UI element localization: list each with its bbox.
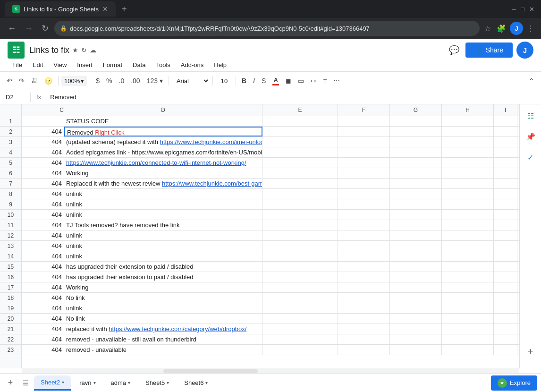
- cell-f18[interactable]: [338, 293, 390, 303]
- cell-g5[interactable]: [390, 158, 442, 168]
- row-number-13[interactable]: 13: [0, 241, 21, 251]
- cell-i2[interactable]: [494, 127, 517, 136]
- spreadsheet-title[interactable]: Links to fix: [29, 45, 69, 55]
- cell-i19[interactable]: [494, 303, 517, 313]
- row-number-9[interactable]: 9: [0, 199, 21, 210]
- cell-i23[interactable]: [494, 345, 517, 355]
- cell-f10[interactable]: [338, 210, 390, 220]
- cell-i17[interactable]: [494, 282, 517, 292]
- cell-h23[interactable]: [442, 345, 494, 355]
- cell-link-7[interactable]: https://www.techjunkie.com/best-gaming-d…: [162, 180, 262, 187]
- cell-e3[interactable]: [262, 137, 338, 147]
- cell-f19[interactable]: [338, 303, 390, 313]
- cell-e10[interactable]: [262, 210, 338, 220]
- cell-e23[interactable]: [262, 345, 338, 355]
- row-number-17[interactable]: 17: [0, 282, 21, 293]
- more-formats-button[interactable]: ⋯: [330, 75, 343, 86]
- cell-g1[interactable]: [390, 116, 442, 126]
- cell-h13[interactable]: [442, 241, 494, 251]
- cell-d8[interactable]: unlink: [64, 189, 262, 199]
- cell-h14[interactable]: [442, 251, 494, 261]
- row-number-1[interactable]: 1: [0, 116, 21, 127]
- maximize-button[interactable]: □: [521, 6, 524, 13]
- horizontal-scrollbar[interactable]: [22, 368, 519, 373]
- row-number-23[interactable]: 23: [0, 345, 21, 355]
- cell-e11[interactable]: [262, 220, 338, 230]
- cell-f14[interactable]: [338, 251, 390, 261]
- row-number-22[interactable]: 22: [0, 334, 21, 345]
- cell-i16[interactable]: [494, 272, 517, 282]
- cell-link-5[interactable]: https://www.techjunkie.com/connected-to-…: [66, 159, 246, 166]
- cell-c21[interactable]: 404: [22, 324, 64, 334]
- cell-h15[interactable]: [442, 262, 494, 272]
- cell-f1[interactable]: [338, 116, 390, 126]
- cell-h9[interactable]: [442, 199, 494, 209]
- cell-c19[interactable]: 404: [22, 303, 64, 313]
- bookmark-star-button[interactable]: ☆: [482, 22, 493, 35]
- cell-g21[interactable]: [390, 324, 442, 334]
- cell-g3[interactable]: [390, 137, 442, 147]
- cell-reference[interactable]: D2: [4, 94, 27, 101]
- borders-button[interactable]: ▭: [295, 75, 307, 86]
- cell-g4[interactable]: [390, 147, 442, 157]
- cell-d12[interactable]: unlink: [64, 230, 262, 240]
- cell-e6[interactable]: [262, 168, 338, 178]
- cell-f20[interactable]: [338, 314, 390, 324]
- browser-menu-button[interactable]: ⋮: [525, 22, 536, 35]
- cell-f9[interactable]: [338, 199, 390, 209]
- cell-g23[interactable]: [390, 345, 442, 355]
- cell-c3[interactable]: 404: [22, 137, 64, 147]
- cell-g22[interactable]: [390, 334, 442, 344]
- cell-c13[interactable]: 404: [22, 241, 64, 251]
- cell-c12[interactable]: 404: [22, 230, 64, 240]
- cell-i18[interactable]: [494, 293, 517, 303]
- cell-d5[interactable]: https://www.techjunkie.com/connected-to-…: [64, 158, 262, 168]
- cell-e17[interactable]: [262, 282, 338, 292]
- cell-e4[interactable]: [262, 147, 338, 157]
- cell-g19[interactable]: [390, 303, 442, 313]
- cell-f5[interactable]: [338, 158, 390, 168]
- cell-i1[interactable]: [494, 116, 517, 126]
- cell-e7[interactable]: [262, 179, 338, 188]
- cell-e19[interactable]: [262, 303, 338, 313]
- cell-i3[interactable]: [494, 137, 517, 147]
- increase-decimal-button[interactable]: .00: [128, 75, 143, 86]
- cell-c18[interactable]: 404: [22, 293, 64, 303]
- row-number-4[interactable]: 4: [0, 147, 21, 158]
- col-header-c[interactable]: C: [22, 104, 64, 116]
- cell-h4[interactable]: [442, 147, 494, 157]
- cell-e15[interactable]: [262, 262, 338, 272]
- cell-c15[interactable]: 404: [22, 262, 64, 272]
- cell-d3[interactable]: (updated schema) replaced it with https:…: [64, 137, 262, 147]
- close-button[interactable]: ✕: [529, 6, 534, 13]
- sheet-tab-sheet5[interactable]: Sheet5 ▾: [139, 375, 176, 391]
- cell-i8[interactable]: [494, 189, 517, 199]
- refresh-button[interactable]: ↻: [39, 21, 51, 35]
- cell-f3[interactable]: [338, 137, 390, 147]
- cell-g10[interactable]: [390, 210, 442, 220]
- cell-h6[interactable]: [442, 168, 494, 178]
- cell-f2[interactable]: [338, 127, 390, 136]
- cell-i9[interactable]: [494, 199, 517, 209]
- cell-i7[interactable]: [494, 179, 517, 188]
- cell-c4[interactable]: 404: [22, 147, 64, 157]
- profile-avatar[interactable]: J: [510, 22, 523, 35]
- address-bar[interactable]: 🔒 docs.google.com/spreadsheets/d/1IXnMj1…: [54, 21, 480, 36]
- menu-tools[interactable]: Tools: [151, 60, 175, 70]
- scrollbar-thumb[interactable]: [163, 369, 258, 373]
- cell-c5[interactable]: 404: [22, 158, 64, 168]
- cell-h3[interactable]: [442, 137, 494, 147]
- cell-e8[interactable]: [262, 189, 338, 199]
- text-align-button[interactable]: ≡: [320, 75, 330, 86]
- sheet-list-button[interactable]: ☰: [19, 376, 32, 390]
- cell-d7[interactable]: Replaced it with the newest review https…: [64, 179, 262, 188]
- cell-d14[interactable]: unlink: [64, 251, 262, 261]
- menu-file[interactable]: File: [8, 60, 27, 70]
- sheet-tab-sheet2[interactable]: Sheet2 ▾: [34, 375, 71, 391]
- cell-c11[interactable]: 404: [22, 220, 64, 230]
- col-header-d[interactable]: D: [64, 104, 262, 116]
- cell-i21[interactable]: [494, 324, 517, 334]
- cell-d9[interactable]: unlink: [64, 199, 262, 209]
- cell-f17[interactable]: [338, 282, 390, 292]
- cell-h11[interactable]: [442, 220, 494, 230]
